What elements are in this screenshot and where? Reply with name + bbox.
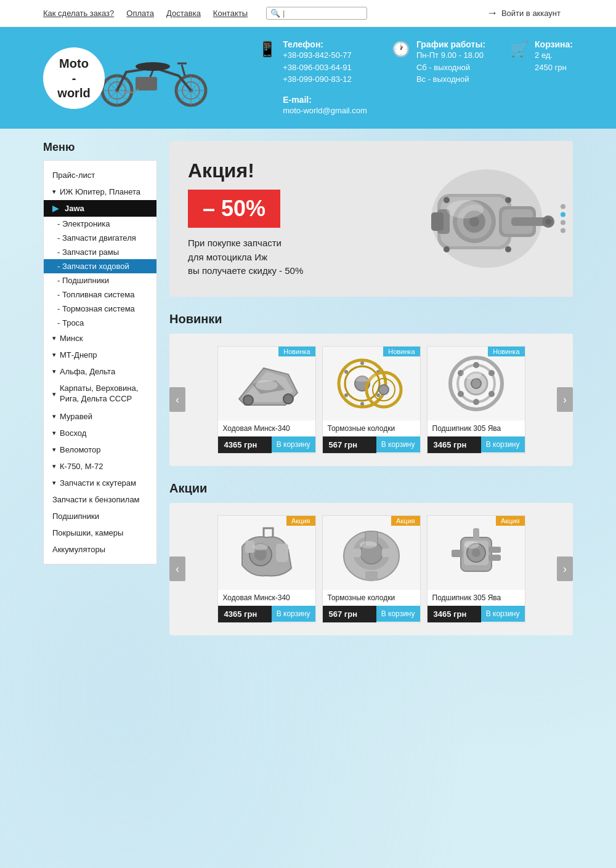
phone-text: Телефон: +38-093-842-50-77 +38-096-003-6… [283,39,367,116]
sidebar-sub-cables[interactable]: - Троса [44,316,156,330]
nav-link-payment[interactable]: Оплата [126,9,154,18]
nav-link-how-to-order[interactable]: Как сделать заказ? [43,9,114,18]
svg-point-53 [379,385,389,395]
schedule-text: График работы: Пн-Пт 9.00 - 18.00 Сб - в… [416,39,485,86]
akcii-product-img-1 [218,516,315,590]
akcii-price-2: 567 грн [323,606,376,622]
banner-text: При покупке запчастидля мотоцикла Ижвы п… [188,236,303,278]
akcii-product-3: Акция [427,515,525,623]
novinka-cart-btn-3[interactable]: В корзину [481,436,525,452]
akcii-product-footer-2: 567 грн В корзину [323,606,420,622]
sidebar-item-scooter[interactable]: ▾Запчасти к скутерам [44,475,156,491]
sidebar-item-batteries[interactable]: Аккумуляторы [44,541,156,558]
sidebar-sub-frame-parts[interactable]: - Запчасти рамы [44,245,156,259]
akcii-product-name-2: Тормозные колодки [323,590,420,606]
novinka-price-2: 567 грн [323,436,376,453]
akcii-section-title: Акции [169,481,573,496]
svg-point-16 [136,62,170,71]
sidebar: Меню Прайс-лист ▾ИЖ Юпитер, Планета ▶Jaw… [43,141,157,651]
svg-point-32 [505,197,511,203]
dot-2[interactable] [561,212,565,217]
akcii-cart-btn-1[interactable]: В корзину [272,606,315,622]
svg-point-48 [360,402,364,406]
akcii-product-footer-3: 3465 грн В корзину [428,606,525,622]
svg-rect-76 [382,549,393,557]
header-info: 📱 Телефон: +38-093-842-50-77 +38-096-003… [258,39,573,116]
sidebar-sub-engine-parts[interactable]: - Запчасти двигателя [44,231,156,245]
nav-link-contacts[interactable]: Контакты [213,9,248,18]
svg-point-82 [472,549,480,557]
novinka-product-footer-1: 4365 грн В корзину [218,436,315,453]
akcii-price-3: 3465 грн [428,606,481,622]
logo-circle: Moto-world [43,47,105,109]
dot-1[interactable] [561,204,565,209]
sidebar-title: Меню [43,141,157,154]
phone-block: 📱 Телефон: +38-093-842-50-77 +38-096-003… [258,39,367,116]
novinka-cart-btn-2[interactable]: В корзину [376,436,420,452]
sidebar-item-muravey[interactable]: ▾Муравей [44,408,156,425]
novinka-products-row: Новинка Ходовая Минск-340 [176,346,567,454]
svg-line-18 [182,65,185,76]
sidebar-item-tires[interactable]: Покрышки, камеры [44,524,156,541]
svg-point-61 [488,391,495,397]
sidebar-item-mt-dnepr[interactable]: ▾МТ-Днепр [44,347,156,363]
sidebar-sub-electronics[interactable]: - Электроника [44,217,156,231]
dot-4[interactable] [561,228,565,233]
sidebar-item-chainsaw[interactable]: Запчасти к бензопилам [44,491,156,508]
svg-point-60 [488,370,495,376]
sidebar-item-alfa[interactable]: ▾Альфа, Дельта [44,363,156,380]
akcii-product-2: Акция Т [322,515,421,623]
promo-banner: Акция! – 50% При покупке запчастидля мот… [169,141,573,297]
svg-point-37 [545,219,551,225]
login-button[interactable]: → Войти в аккаунт [487,7,561,20]
sidebar-sub-brakes[interactable]: - Тормозная система [44,302,156,316]
sidebar-item-velomotor[interactable]: ▾Веломотор [44,441,156,458]
main-content: Акция! – 50% При покупке запчастидля мот… [157,141,573,651]
chevron-down-icon-3: ▾ [52,351,56,359]
sidebar-item-voskhod[interactable]: ▾Восход [44,425,156,441]
dot-3[interactable] [561,220,565,225]
sidebar-item-pricelist[interactable]: Прайс-лист [44,167,156,183]
logo-text: Moto-world [57,56,90,100]
chevron-down-icon-6: ▾ [52,412,56,420]
sidebar-item-izh[interactable]: ▾ИЖ Юпитер, Планета [44,183,156,200]
svg-point-34 [444,246,450,252]
svg-point-78 [360,541,377,549]
sidebar-item-jawa[interactable]: ▶Jawa [44,200,156,217]
novinka-price-3: 3465 грн [428,436,481,453]
akcii-cart-btn-3[interactable]: В корзину [481,606,525,622]
svg-rect-75 [350,549,361,557]
nav-link-delivery[interactable]: Доставка [166,9,201,18]
novinka-product-2: Новинка [322,346,421,454]
novinka-cart-btn-1[interactable]: В корзину [272,436,315,452]
akcii-next-arrow[interactable]: › [557,557,573,581]
banner-left: Акция! – 50% При покупке запчастидля мот… [188,159,303,278]
login-label: Войти в аккаунт [501,9,561,18]
svg-point-63 [458,391,464,397]
search-wrap: 🔍 [266,7,367,20]
cart-icon: 🛒 [510,41,529,58]
sidebar-item-minsk[interactable]: ▾Минск [44,330,156,347]
akcii-cart-btn-2[interactable]: В корзину [376,606,420,622]
sidebar-sub-bearings[interactable]: - Подшипники [44,273,156,287]
sidebar-item-karpaty[interactable]: ▾Карпаты, Верховина, Рига, Дельта СССР [44,380,156,408]
akcii-prev-arrow[interactable]: ‹ [169,557,185,581]
cart-block[interactable]: 🛒 Корзина: 2 ед. 2450 грн [510,39,573,116]
sidebar-item-k750[interactable]: ▾К-750, М-72 [44,458,156,475]
akcii-product-name-1: Ходовая Минск-340 [218,590,315,606]
akcii-badge-3: Акция [496,516,525,526]
sidebar-sub-fuel[interactable]: - Топливная система [44,287,156,302]
chevron-down-icon-7: ▾ [52,429,56,437]
novinka-next-arrow[interactable]: › [557,387,573,412]
svg-point-41 [256,380,278,390]
search-input[interactable] [283,9,363,18]
login-icon: → [487,7,498,20]
moto-svg [86,46,222,108]
novinka-prev-arrow[interactable]: ‹ [169,387,185,412]
svg-point-26 [469,217,479,227]
novinka-badge-1: Новинка [278,347,315,356]
sidebar-item-bearings2[interactable]: Подшипники [44,508,156,524]
sidebar-sub-chassis-parts[interactable]: - Запчасти ходовой [44,259,156,273]
svg-rect-17 [136,77,157,90]
svg-rect-68 [276,544,288,562]
